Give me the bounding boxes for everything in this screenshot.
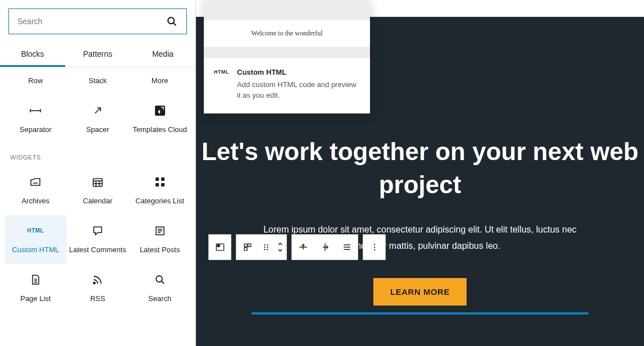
block-toolbar <box>208 234 386 260</box>
block-archives[interactable]: Archives <box>4 166 67 215</box>
preview-sample-text: Welcome to the wonderful <box>204 20 370 47</box>
svg-line-1 <box>173 23 176 26</box>
categories-icon <box>153 175 167 189</box>
separator-icon <box>29 104 42 117</box>
block-templates-cloud[interactable]: Templates Cloud <box>129 95 191 144</box>
templates-cloud-icon <box>153 104 167 117</box>
search-block-icon <box>153 273 167 286</box>
block-separator[interactable]: Separator <box>4 95 67 144</box>
spacer-icon <box>91 104 104 117</box>
block-categories-list[interactable]: Categories List <box>129 166 191 215</box>
comment-icon <box>91 224 104 238</box>
learn-more-button[interactable]: LEARN MORE <box>373 278 467 306</box>
block-latest-comments[interactable]: Latest Comments <box>67 215 129 264</box>
search-icon <box>166 15 178 28</box>
svg-rect-12 <box>156 177 159 181</box>
block-latest-posts[interactable]: Latest Posts <box>129 215 191 264</box>
svg-point-46 <box>373 249 374 251</box>
preview-bar-top <box>204 0 370 20</box>
block-search[interactable]: Search <box>129 264 191 313</box>
toolbar-drag-handle[interactable] <box>258 235 274 260</box>
svg-point-24 <box>156 276 162 282</box>
toolbar-block-type-button[interactable] <box>209 235 231 260</box>
blocks-scroll-area[interactable]: Row Stack More Separator Spacer Template… <box>0 67 195 346</box>
svg-rect-15 <box>161 183 165 186</box>
svg-point-45 <box>373 247 374 248</box>
svg-line-25 <box>161 281 164 284</box>
tab-patterns[interactable]: Patterns <box>65 43 130 67</box>
svg-rect-14 <box>156 183 159 186</box>
block-rss[interactable]: RSS <box>67 264 129 313</box>
widgets-header: WIDGETS <box>0 144 195 166</box>
toolbar-justify-button[interactable] <box>336 235 358 260</box>
svg-point-33 <box>264 247 265 248</box>
block-stack[interactable]: Stack <box>67 67 129 95</box>
block-more[interactable]: More <box>129 67 191 95</box>
toolbar-move-arrows <box>274 241 286 253</box>
svg-point-36 <box>267 249 268 250</box>
block-spacer[interactable]: Spacer <box>67 95 129 144</box>
rss-icon <box>91 273 104 286</box>
toolbar-move-up[interactable] <box>277 241 283 247</box>
calendar-icon <box>91 175 104 189</box>
svg-point-35 <box>264 249 265 250</box>
toolbar-align-horizontal-button[interactable] <box>292 235 314 260</box>
toolbar-more-options-button[interactable] <box>363 235 385 260</box>
svg-rect-27 <box>217 245 220 247</box>
hero-divider <box>252 312 588 315</box>
svg-rect-13 <box>161 177 165 181</box>
svg-rect-29 <box>248 244 250 247</box>
search-input[interactable] <box>17 17 166 26</box>
tab-media[interactable]: Media <box>130 43 195 67</box>
search-container <box>0 0 195 43</box>
page-list-icon <box>29 273 42 286</box>
toolbar-group-button[interactable] <box>236 235 258 260</box>
svg-rect-30 <box>244 248 247 251</box>
hero-title[interactable]: Let's work together on your next web pro… <box>201 135 639 202</box>
tab-blocks[interactable]: Blocks <box>0 43 65 67</box>
svg-rect-7 <box>93 179 102 186</box>
toolbar-align-vertical-button[interactable] <box>314 235 336 260</box>
preview-subtitle: Add custom HTML code and preview it as y… <box>237 80 360 101</box>
preview-bar-mid <box>204 47 370 58</box>
block-inserter-sidebar: Blocks Patterns Media Row Stack More Sep… <box>0 0 196 346</box>
svg-rect-28 <box>244 244 247 247</box>
block-preview-panel: Welcome to the wonderful HTML Custom HTM… <box>204 0 370 113</box>
block-custom-html[interactable]: HTML Custom HTML <box>4 215 67 264</box>
block-row[interactable]: Row <box>4 67 67 95</box>
block-calendar[interactable]: Calendar <box>67 166 129 215</box>
svg-point-44 <box>373 244 374 245</box>
block-page-list[interactable]: Page List <box>4 264 67 313</box>
svg-point-23 <box>93 282 95 284</box>
latest-posts-icon <box>153 224 167 238</box>
editor-canvas: Let's work together on your next web pro… <box>196 0 644 346</box>
html-badge-icon: HTML <box>214 69 229 75</box>
svg-point-32 <box>267 244 268 245</box>
svg-point-0 <box>168 17 174 24</box>
html-icon: HTML <box>29 224 42 238</box>
search-box[interactable] <box>8 8 187 34</box>
svg-point-34 <box>267 247 268 248</box>
toolbar-move-down[interactable] <box>277 248 283 253</box>
inserter-tabs: Blocks Patterns Media <box>0 43 195 67</box>
svg-point-31 <box>264 244 265 245</box>
preview-title: Custom HTML <box>237 68 360 76</box>
archives-icon <box>29 175 42 189</box>
preview-description: HTML Custom HTML Add custom HTML code an… <box>204 58 370 113</box>
